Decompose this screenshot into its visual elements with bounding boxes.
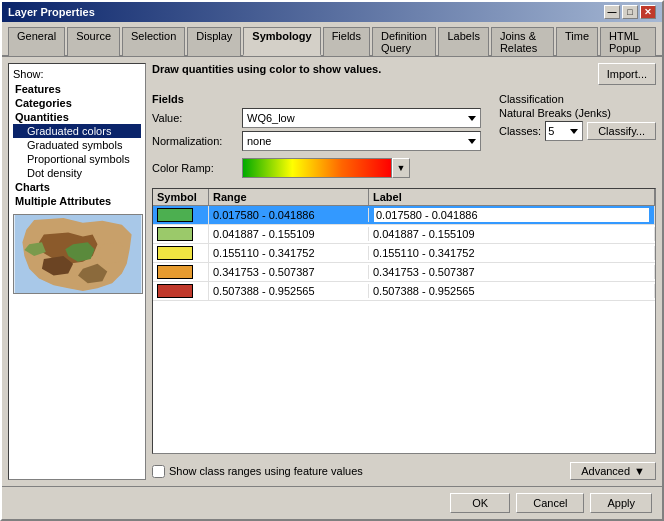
range-cell: 0.017580 - 0.041886	[209, 208, 369, 222]
table-row[interactable]: 0.507388 - 0.952565 0.507388 - 0.952565	[153, 282, 655, 301]
window-title: Layer Properties	[8, 6, 95, 18]
fields-heading: Fields	[152, 93, 481, 105]
tab-joins-relates[interactable]: Joins & Relates	[491, 27, 554, 56]
table-row[interactable]: 0.155110 - 0.341752 0.155110 - 0.341752	[153, 244, 655, 263]
label-cell[interactable]	[369, 206, 655, 224]
col-label: Label	[369, 189, 655, 205]
show-class-ranges-label: Show class ranges using feature values	[169, 465, 363, 477]
color-ramp-display[interactable]	[242, 158, 392, 178]
range-cell: 0.341753 - 0.507387	[209, 265, 369, 279]
left-panel: Show: Features Categories Quantities Gra…	[8, 63, 146, 480]
sidebar-item-graduated-symbols[interactable]: Graduated symbols	[13, 138, 141, 152]
label-input[interactable]	[373, 207, 650, 223]
tab-selection[interactable]: Selection	[122, 27, 185, 56]
color-swatch	[157, 246, 193, 260]
map-preview	[13, 214, 143, 294]
show-class-ranges-checkbox[interactable]	[152, 465, 165, 478]
tab-labels[interactable]: Labels	[438, 27, 488, 56]
map-svg	[14, 215, 142, 293]
right-panel: Draw quantities using color to show valu…	[152, 63, 656, 480]
sidebar-item-multiple-attributes[interactable]: Multiple Attributes	[13, 194, 141, 208]
normalization-row: Normalization: none	[152, 131, 481, 151]
advanced-dropdown-icon: ▼	[634, 465, 645, 477]
label-cell: 0.155110 - 0.341752	[369, 246, 655, 260]
classes-row: Classes: 5 3 4 6 7 Classify...	[499, 121, 656, 141]
tab-display[interactable]: Display	[187, 27, 241, 56]
bottom-row: Show class ranges using feature values A…	[152, 462, 656, 480]
tab-definition-query[interactable]: Definition Query	[372, 27, 437, 56]
tab-general[interactable]: General	[8, 27, 65, 56]
draw-description: Draw quantities using color to show valu…	[152, 63, 381, 75]
sidebar-item-quantities[interactable]: Quantities	[13, 110, 141, 124]
classes-label: Classes:	[499, 125, 541, 137]
color-swatch	[157, 265, 193, 279]
tab-symbology[interactable]: Symbology	[243, 27, 320, 56]
classes-select[interactable]: 5 3 4 6 7	[545, 121, 583, 141]
sidebar-item-dot-density[interactable]: Dot density	[13, 166, 141, 180]
footer: OK Cancel Apply	[2, 486, 662, 519]
classification-section: Classification Natural Breaks (Jenks) Cl…	[499, 93, 656, 141]
content-area: Show: Features Categories Quantities Gra…	[2, 57, 662, 486]
color-ramp-row: Color Ramp: ▼	[152, 158, 656, 178]
table-row[interactable]: 0.341753 - 0.507387 0.341753 - 0.507387	[153, 263, 655, 282]
table-header: Symbol Range Label	[153, 189, 655, 206]
symbology-table: Symbol Range Label 0.017580 - 0.041886	[152, 188, 656, 454]
label-cell: 0.341753 - 0.507387	[369, 265, 655, 279]
symbol-cell[interactable]	[153, 282, 209, 300]
title-bar-buttons: — □ ✕	[604, 5, 656, 19]
norm-label: Normalization:	[152, 135, 242, 147]
label-cell: 0.507388 - 0.952565	[369, 284, 655, 298]
norm-select[interactable]: none	[242, 131, 481, 151]
fields-classification-row: Fields Value: WQ6_low Normalization: non…	[152, 93, 656, 154]
minimize-button[interactable]: —	[604, 5, 620, 19]
label-cell: 0.041887 - 0.155109	[369, 227, 655, 241]
color-ramp-dropdown-button[interactable]: ▼	[392, 158, 410, 178]
value-select[interactable]: WQ6_low	[242, 108, 481, 128]
tabs-bar: General Source Selection Display Symbolo…	[2, 22, 662, 57]
table-row[interactable]: 0.017580 - 0.041886	[153, 206, 655, 225]
sidebar-item-features[interactable]: Features	[13, 82, 141, 96]
import-button[interactable]: Import...	[598, 63, 656, 85]
layer-properties-window: Layer Properties — □ ✕ General Source Se…	[0, 0, 664, 521]
col-symbol: Symbol	[153, 189, 209, 205]
advanced-label: Advanced	[581, 465, 630, 477]
symbol-cell[interactable]	[153, 225, 209, 243]
fields-section: Fields Value: WQ6_low Normalization: non…	[152, 93, 481, 154]
close-button[interactable]: ✕	[640, 5, 656, 19]
tab-source[interactable]: Source	[67, 27, 120, 56]
sidebar-item-charts[interactable]: Charts	[13, 180, 141, 194]
maximize-button[interactable]: □	[622, 5, 638, 19]
classification-heading: Classification	[499, 93, 564, 105]
symbol-cell[interactable]	[153, 244, 209, 262]
show-class-ranges-row: Show class ranges using feature values	[152, 465, 363, 478]
sidebar-item-graduated-colors[interactable]: Graduated colors	[13, 124, 141, 138]
advanced-button[interactable]: Advanced ▼	[570, 462, 656, 480]
title-bar: Layer Properties — □ ✕	[2, 2, 662, 22]
sidebar-item-proportional-symbols[interactable]: Proportional symbols	[13, 152, 141, 166]
color-ramp-label: Color Ramp:	[152, 162, 242, 174]
cancel-button[interactable]: Cancel	[516, 493, 584, 513]
value-label: Value:	[152, 112, 242, 124]
table-row[interactable]: 0.041887 - 0.155109 0.041887 - 0.155109	[153, 225, 655, 244]
symbol-cell[interactable]	[153, 206, 209, 224]
symbol-cell[interactable]	[153, 263, 209, 281]
value-row: Value: WQ6_low	[152, 108, 481, 128]
color-swatch	[157, 284, 193, 298]
sidebar-item-categories[interactable]: Categories	[13, 96, 141, 110]
range-cell: 0.507388 - 0.952565	[209, 284, 369, 298]
classification-method: Natural Breaks (Jenks)	[499, 107, 611, 119]
tab-html-popup[interactable]: HTML Popup	[600, 27, 656, 56]
color-swatch	[157, 227, 193, 241]
range-cell: 0.041887 - 0.155109	[209, 227, 369, 241]
classify-button[interactable]: Classify...	[587, 122, 656, 140]
range-cell: 0.155110 - 0.341752	[209, 246, 369, 260]
show-label: Show:	[13, 68, 141, 80]
ok-button[interactable]: OK	[450, 493, 510, 513]
tab-fields[interactable]: Fields	[323, 27, 370, 56]
tab-time[interactable]: Time	[556, 27, 598, 56]
color-swatch	[157, 208, 193, 222]
apply-button[interactable]: Apply	[590, 493, 652, 513]
col-range: Range	[209, 189, 369, 205]
top-row: Draw quantities using color to show valu…	[152, 63, 656, 85]
